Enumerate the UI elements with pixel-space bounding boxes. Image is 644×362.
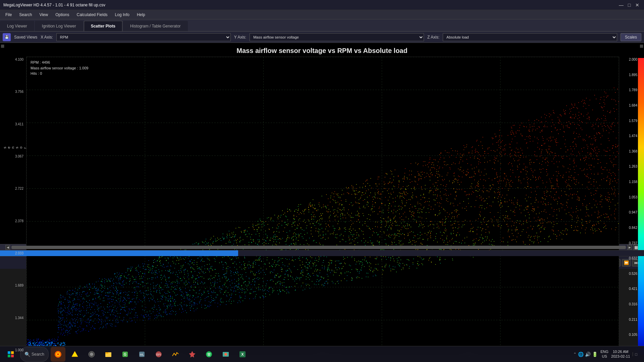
hover-maf-value: 1.009	[79, 66, 89, 70]
tb-firefox[interactable]	[51, 347, 65, 362]
y-axis-label: Y Axis:	[234, 35, 246, 40]
tab-ignition-log-viewer[interactable]: Ignition Log Viewer	[35, 21, 83, 31]
y-axis-select[interactable]: Mass airflow sensor voltage	[250, 33, 424, 41]
chart-area: ▦ ▦ Mass airflow sensor voltage vs RPM v…	[0, 43, 644, 244]
svg-point-20	[224, 353, 227, 356]
tray-chevron[interactable]: ⌃	[573, 352, 577, 357]
saved-views-icon: 💾	[3, 33, 11, 41]
language-indicator[interactable]: ENG US	[600, 350, 608, 358]
hover-hits-value: 0	[40, 71, 42, 75]
svg-point-9	[90, 353, 93, 356]
progress-area	[0, 250, 644, 256]
z-label-2: 1.789	[629, 88, 637, 92]
y-tick-9: 1.000	[15, 349, 25, 352]
z-label-9: 1.053	[629, 196, 637, 199]
tb-app6[interactable]	[168, 347, 183, 362]
system-tray: ⌃ 🌐 🔊 🔋 ENG US 10:26 AM 2023-02-11 □	[570, 350, 641, 358]
menu-options[interactable]: Options	[52, 11, 72, 18]
tb-app5[interactable]: EFI	[151, 347, 166, 362]
y-tick-5: 2.378	[15, 220, 25, 223]
window-title: MegaLogViewer HD 4.4.57 - 1.01 - 4 91 oc…	[3, 3, 105, 7]
taskbar: 🔍 Search G ML EFI X ⌃ 🌐	[0, 346, 644, 362]
z-label-7: 1.263	[629, 165, 637, 168]
maximize-button[interactable]: □	[626, 2, 633, 8]
filter-icon[interactable]: ▦	[1, 44, 4, 48]
z-label-8: 1.158	[629, 180, 637, 184]
svg-text:G: G	[124, 353, 126, 356]
minimize-button[interactable]: —	[618, 2, 625, 8]
chart-title: Mass airflow sensor voltage vs RPM vs Ab…	[0, 43, 644, 57]
z-axis-select[interactable]: Absolute load	[443, 33, 617, 41]
z-label-4: 1.579	[629, 119, 637, 123]
menu-bar: File Search View Options Calculated Fiel…	[0, 10, 644, 19]
search-text: Search	[32, 352, 44, 357]
clock[interactable]: 10:26 AM 2023-02-11	[611, 350, 630, 358]
svg-text:EFI: EFI	[156, 353, 161, 356]
hover-info: RPM : 4496 Mass airflow sensor voltage :…	[31, 60, 88, 76]
y-tick-1: 3.756	[15, 90, 25, 94]
tray-battery[interactable]: 🔋	[592, 352, 598, 357]
svg-rect-11	[105, 352, 108, 354]
window-controls: — □ ✕	[618, 2, 641, 8]
svg-text:X: X	[241, 352, 244, 356]
chart-container: Mass airflow sensor voltage 4.100 3.756 …	[0, 57, 644, 238]
z-label-16: 0.316	[629, 303, 637, 306]
z-scale: 2.000 1.895 1.789 1.684 1.579 1.474 1.36…	[621, 57, 644, 353]
toolbar: 💾 Saved Views X Axis: RPM Y Axis: Mass a…	[0, 32, 644, 43]
title-bar: MegaLogViewer HD 4.4.57 - 1.01 - 4 91 oc…	[0, 0, 644, 10]
tray-show-desktop[interactable]: □	[633, 352, 637, 356]
z-label-14: 0.526	[629, 272, 637, 276]
z-label-15: 0.421	[629, 287, 637, 291]
tb-app2[interactable]	[84, 347, 99, 362]
menu-search[interactable]: Search	[16, 11, 35, 18]
tb-spotify[interactable]	[202, 347, 216, 362]
menu-log-info[interactable]: Log Info	[112, 11, 133, 18]
tab-scatter-plots[interactable]: Scatter Plots	[84, 21, 122, 31]
settings-icon[interactable]: ▦	[640, 44, 643, 48]
tb-excel[interactable]: X	[235, 347, 250, 362]
tab-log-viewer[interactable]: Log Viewer	[0, 21, 34, 31]
tb-app4[interactable]: ML	[135, 347, 149, 362]
y-tick-3: 3.067	[15, 155, 25, 158]
progress-bar[interactable]	[0, 250, 238, 256]
z-label-0: 2.000	[629, 58, 637, 61]
z-label-5: 1.474	[629, 134, 637, 138]
z-label-3: 1.684	[629, 104, 637, 107]
tb-app1[interactable]	[67, 347, 82, 362]
tab-bar: Log Viewer Ignition Log Viewer Scatter P…	[0, 19, 644, 32]
tb-app3[interactable]: G	[118, 347, 132, 362]
tray-sound[interactable]: 🔊	[585, 352, 591, 357]
menu-calculated-fields[interactable]: Calculated Fields	[73, 11, 111, 18]
z-label-12: 0.737	[629, 242, 637, 245]
z-label-6: 1.368	[629, 150, 637, 153]
saved-views-label: Saved Views	[14, 35, 37, 40]
menu-file[interactable]: File	[2, 11, 15, 18]
z-label-1: 1.895	[629, 73, 637, 77]
tb-explorer[interactable]	[101, 347, 116, 362]
z-label-17: 0.211	[629, 318, 637, 321]
z-label-13: 0.632	[629, 257, 637, 260]
tab-histogram[interactable]: Histogram / Table Generator	[123, 21, 188, 31]
clock-time: 10:26 AM	[611, 350, 630, 354]
tb-maps[interactable]	[218, 347, 233, 362]
tray-wifi[interactable]: 🌐	[578, 352, 584, 357]
svg-point-6	[57, 353, 59, 355]
y-tick-8: 1.344	[15, 316, 25, 320]
hover-hits-label: Hits	[31, 71, 37, 75]
y-tick-4: 2.722	[15, 187, 25, 190]
menu-view[interactable]: View	[36, 11, 51, 18]
y-tick-0: 4.100	[15, 58, 25, 61]
svg-marker-7	[72, 351, 78, 357]
scatter-canvas[interactable]	[26, 57, 619, 353]
z-axis-label: Z Axis:	[427, 35, 439, 40]
z-scale-labels: 2.000 1.895 1.789 1.684 1.579 1.474 1.36…	[629, 58, 637, 352]
scales-button[interactable]: Scales	[621, 33, 641, 41]
menu-help[interactable]: Help	[133, 11, 149, 18]
tb-app7[interactable]	[185, 347, 200, 362]
x-axis-select[interactable]: RPM	[56, 33, 231, 41]
svg-text:ML: ML	[140, 353, 144, 356]
scrollbar-thumb[interactable]	[11, 246, 626, 249]
scrollbar-track[interactable]	[11, 246, 626, 249]
hover-rpm-value: 4496	[42, 60, 50, 64]
close-button[interactable]: ✕	[634, 2, 641, 8]
